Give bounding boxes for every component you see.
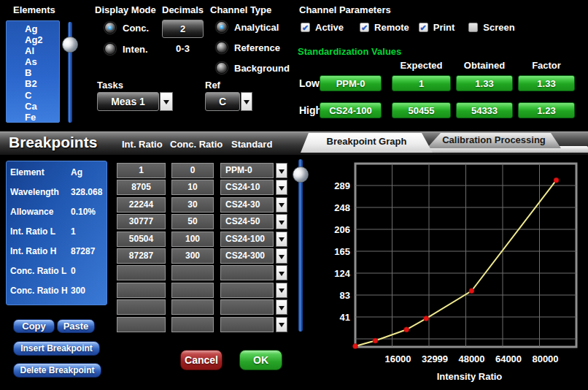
element-list-item-as[interactable]: As bbox=[7, 56, 59, 67]
int-ratio-cell[interactable] bbox=[117, 299, 166, 315]
radio-label: Analytical bbox=[234, 22, 279, 33]
standard-select[interactable] bbox=[220, 265, 274, 280]
info-label: Element bbox=[10, 167, 71, 177]
int-ratio-cell[interactable]: 1 bbox=[117, 163, 166, 178]
int-ratio-cell[interactable] bbox=[117, 265, 166, 280]
conc-ratio-cell[interactable]: 100 bbox=[171, 232, 214, 247]
element-list-item-c[interactable]: C bbox=[7, 90, 59, 101]
delete-breakpoint-button[interactable]: Delete Breakpoint bbox=[13, 363, 101, 378]
conc-ratio-cell[interactable] bbox=[171, 317, 214, 332]
checkbox-label: Screen bbox=[483, 22, 514, 33]
copy-button[interactable]: Copy bbox=[13, 319, 55, 333]
standard-dropdown-arrow-icon[interactable] bbox=[276, 163, 287, 178]
standard-dropdown-arrow-icon[interactable] bbox=[276, 299, 287, 315]
y-tick-label: 165 bbox=[334, 246, 350, 257]
checkbox-label: Print bbox=[433, 22, 455, 33]
conc-ratio-cell[interactable] bbox=[171, 283, 214, 298]
elements-scrollbar-thumb[interactable] bbox=[62, 37, 78, 53]
tab-breakpoint-graph[interactable]: Breakpoint Graph bbox=[301, 133, 433, 153]
tasks-dropdown-arrow-icon[interactable] bbox=[160, 92, 173, 111]
standard-select[interactable]: CS24-50 bbox=[220, 214, 274, 229]
standard-select[interactable]: PPM-0 bbox=[220, 163, 274, 178]
radio-icon[interactable] bbox=[104, 22, 116, 34]
radio-icon[interactable] bbox=[104, 43, 116, 55]
int-ratio-cell[interactable]: 30777 bbox=[117, 214, 166, 229]
standard-select[interactable] bbox=[220, 283, 274, 298]
standard-dropdown-arrow-icon[interactable] bbox=[276, 232, 287, 247]
obtained-value-box: 1.33 bbox=[456, 75, 513, 91]
table-scrollbar-track[interactable] bbox=[298, 159, 303, 332]
int-ratio-cell[interactable]: 22244 bbox=[117, 197, 166, 213]
radio-icon[interactable] bbox=[216, 42, 228, 53]
radio-icon[interactable] bbox=[216, 62, 228, 74]
conc-ratio-cell[interactable]: 50 bbox=[171, 214, 214, 229]
info-row-wavelength: Wavelength328.068 bbox=[10, 187, 105, 197]
checkbox-screen[interactable] bbox=[468, 23, 478, 32]
int-ratio-cell[interactable]: 8705 bbox=[117, 180, 166, 195]
channel-type-radio-group: AnalyticalReferenceBackground bbox=[216, 21, 290, 83]
table-scrollbar-thumb[interactable] bbox=[293, 167, 309, 183]
standard-dropdown-arrow-icon[interactable] bbox=[276, 283, 287, 298]
standardization-row-label: High bbox=[299, 104, 322, 116]
data-point-marker bbox=[469, 288, 474, 294]
checkbox-active[interactable]: ✔ bbox=[301, 23, 310, 32]
breakpoint-graph-canvas: 2892482061651248341160003299948000640008… bbox=[318, 155, 588, 390]
paste-button[interactable]: Paste bbox=[57, 319, 95, 333]
conc-ratio-cell[interactable]: 0 bbox=[171, 163, 214, 178]
radio-option-reference[interactable]: Reference bbox=[216, 42, 290, 53]
cancel-button[interactable]: Cancel bbox=[180, 350, 223, 370]
int-ratio-cell[interactable] bbox=[117, 317, 166, 332]
int-ratio-cell[interactable]: 87287 bbox=[117, 248, 166, 264]
element-list-item-fe[interactable]: Fe bbox=[7, 112, 59, 123]
int-ratio-cell[interactable] bbox=[117, 283, 166, 298]
standard-select[interactable] bbox=[220, 317, 274, 332]
element-list-item-ag[interactable]: Ag bbox=[7, 23, 59, 34]
standard-select[interactable]: CS24-100 bbox=[220, 232, 274, 247]
conc-ratio-cell[interactable] bbox=[171, 299, 214, 315]
standard-dropdown-arrow-icon[interactable] bbox=[276, 214, 287, 229]
checkbox-label: Active bbox=[315, 22, 344, 33]
ref-select[interactable]: C bbox=[205, 92, 240, 111]
element-list-item-ag2[interactable]: Ag2 bbox=[7, 34, 59, 45]
standard-dropdown-arrow-icon[interactable] bbox=[276, 248, 287, 264]
standard-select[interactable]: CS24-10 bbox=[220, 180, 274, 195]
standard-select[interactable]: CS24-300 bbox=[220, 248, 274, 264]
element-list-item-b[interactable]: B bbox=[7, 67, 59, 78]
tab-calibration-processing[interactable]: Calibration Processing bbox=[427, 133, 561, 148]
element-list-item-ca[interactable]: Ca bbox=[7, 101, 59, 112]
decimals-value-box[interactable]: 2 bbox=[162, 20, 204, 38]
info-value: 87287 bbox=[71, 246, 105, 256]
tasks-select[interactable]: Meas 1 bbox=[97, 92, 159, 111]
conc-ratio-cell[interactable]: 10 bbox=[171, 180, 214, 195]
ok-button[interactable]: OK bbox=[239, 350, 282, 370]
conc-ratio-cell[interactable]: 30 bbox=[171, 197, 214, 213]
conc-ratio-cell[interactable]: 300 bbox=[171, 248, 214, 264]
standard-dropdown-arrow-icon[interactable] bbox=[276, 180, 287, 195]
radio-option-conc[interactable]: Conc. bbox=[104, 22, 149, 34]
element-list-item-al[interactable]: Al bbox=[7, 45, 59, 56]
element-list-item-b2[interactable]: B2 bbox=[7, 78, 59, 89]
radio-option-inten[interactable]: Inten. bbox=[104, 43, 149, 55]
ref-dropdown-arrow-icon[interactable] bbox=[241, 92, 252, 111]
standard-dropdown-arrow-icon[interactable] bbox=[276, 265, 287, 280]
breakpoint-table-row: 50504100CS24-100 bbox=[117, 232, 288, 247]
insert-breakpoint-button[interactable]: Insert Breakpoint bbox=[13, 341, 100, 356]
radio-icon[interactable] bbox=[216, 21, 228, 33]
expected-value-box: 50455 bbox=[392, 102, 451, 118]
standard-dropdown-arrow-icon[interactable] bbox=[276, 317, 287, 332]
conc-ratio-cell[interactable] bbox=[171, 265, 214, 280]
expected-header: Expected bbox=[392, 60, 451, 71]
standard-name-box[interactable]: PPM-0 bbox=[320, 75, 382, 91]
checkbox-print[interactable]: ✔ bbox=[419, 23, 428, 32]
int-ratio-cell[interactable]: 50504 bbox=[117, 232, 166, 247]
standard-name-box[interactable]: CS24-100 bbox=[320, 102, 382, 118]
checkbox-remote[interactable]: ✔ bbox=[360, 23, 369, 32]
standard-select[interactable]: CS24-30 bbox=[220, 197, 274, 213]
standard-dropdown-arrow-icon[interactable] bbox=[276, 197, 287, 213]
info-row-int-ratio-l: Int. Ratio L1 bbox=[10, 226, 105, 237]
standard-select[interactable] bbox=[220, 299, 274, 315]
radio-option-analytical[interactable]: Analytical bbox=[216, 21, 290, 33]
info-label: Int. Ratio L bbox=[10, 226, 71, 237]
x-axis-title: Intensity Ratio bbox=[437, 371, 503, 382]
radio-option-background[interactable]: Background bbox=[216, 62, 290, 74]
